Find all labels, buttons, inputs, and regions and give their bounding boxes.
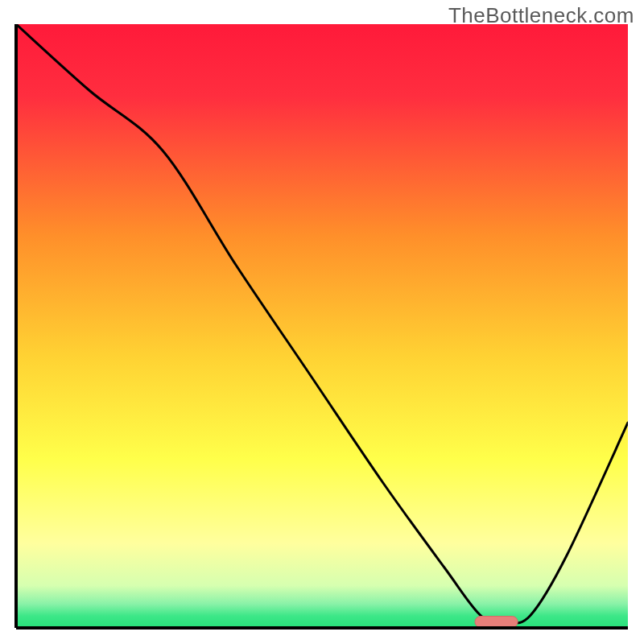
gradient-background [16,24,628,628]
chart-frame: TheBottleneck.com [0,0,644,644]
bottleneck-chart [0,0,644,644]
optimal-range-marker [475,617,518,628]
